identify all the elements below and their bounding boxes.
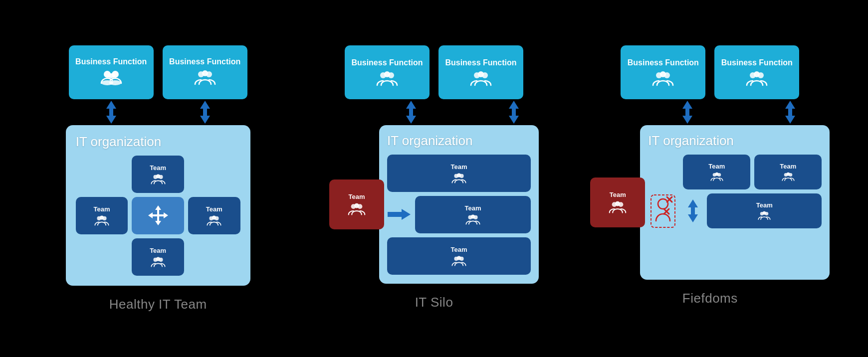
silo-team-right: Team xyxy=(415,196,531,233)
fiefdoms-team-bottom-right: Team xyxy=(707,193,822,228)
healthy-arrow-1 xyxy=(69,101,154,123)
healthy-biz-function-2: Business Function xyxy=(163,45,247,99)
fiefdoms-biz-functions-row: Business Function Business Function xyxy=(621,45,799,99)
healthy-team-top-label: Team xyxy=(150,164,166,172)
healthy-team-left: Team xyxy=(76,197,128,234)
silo-biz-function-1: Business Function xyxy=(345,45,430,99)
fiefdoms-it-org-box: IT organization xyxy=(640,125,830,280)
healthy-center-move-icon xyxy=(132,197,184,234)
healthy-team-left-label: Team xyxy=(93,205,110,213)
silo-right-arrow xyxy=(387,208,411,221)
silo-team-bottom: Team xyxy=(387,237,531,275)
fiefdoms-team-top-left: Team xyxy=(683,155,750,189)
healthy-biz-function-2-icon xyxy=(194,69,216,87)
svg-point-16 xyxy=(156,174,160,178)
silo-external-team-label: Team xyxy=(348,193,365,200)
svg-point-32 xyxy=(478,71,484,77)
silo-arrows-row xyxy=(311,101,556,123)
silo-it-org-label: IT organization xyxy=(387,133,531,149)
svg-point-52 xyxy=(660,71,666,77)
fiefdoms-diagram-label: Fiefdoms xyxy=(682,291,738,306)
svg-marker-43 xyxy=(388,209,411,220)
fiefdoms-biz-function-1-label: Business Function xyxy=(628,58,699,67)
fiefdoms-external-team-label: Team xyxy=(610,191,626,198)
svg-point-4 xyxy=(109,80,121,85)
svg-marker-57 xyxy=(682,109,692,124)
healthy-arrow-2 xyxy=(163,101,247,123)
svg-point-6 xyxy=(112,71,118,77)
silo-diagram-label: IT Silo xyxy=(415,295,453,310)
silo-middle-row: Team xyxy=(387,196,531,233)
fiefdoms-team-top-right-label: Team xyxy=(780,163,796,170)
main-container: Business Function Bus xyxy=(0,40,868,317)
fiefdoms-arrow-1 xyxy=(645,101,730,123)
healthy-biz-functions-row: Business Function Bus xyxy=(69,45,247,99)
healthy-it-org-box: IT organization Team xyxy=(66,125,250,286)
silo-teams-layout: Team xyxy=(387,155,531,275)
fiefdoms-outer-container: Team IT organization xyxy=(590,125,830,280)
silo-biz-function-1-label: Business Function xyxy=(351,58,423,67)
healthy-team-bottom: Team xyxy=(132,238,184,276)
fiefdoms-arrow-2 xyxy=(748,101,833,123)
svg-point-5 xyxy=(104,71,110,77)
fiefdoms-biz-function-2-label: Business Function xyxy=(721,58,793,67)
svg-marker-34 xyxy=(406,109,416,124)
silo-team-right-label: Team xyxy=(464,204,481,212)
svg-point-71 xyxy=(715,172,718,176)
svg-marker-13 xyxy=(200,109,210,124)
fiefdoms-team-bottom-right-label: Team xyxy=(756,201,773,209)
svg-point-64 xyxy=(658,199,668,209)
svg-marker-76 xyxy=(688,207,698,222)
svg-marker-36 xyxy=(509,109,519,124)
healthy-diagram-label: Healthy IT Team xyxy=(109,297,207,312)
healthy-biz-function-1-icon xyxy=(100,69,122,87)
svg-rect-63 xyxy=(651,195,675,227)
fiefdoms-diagram: Business Function Business Function xyxy=(580,45,840,306)
silo-team-top: Team xyxy=(387,155,531,192)
silo-arrow-2 xyxy=(471,101,556,123)
fiefdoms-biz-function-2: Business Function xyxy=(714,45,799,99)
svg-point-62 xyxy=(615,201,620,206)
svg-point-42 xyxy=(457,173,461,177)
svg-point-55 xyxy=(754,71,760,77)
silo-outer-container: Team IT organization Team xyxy=(329,125,539,284)
silo-biz-functions-row: Business Function Business Function xyxy=(345,45,523,99)
silo-arrow-1 xyxy=(369,101,453,123)
svg-point-23 xyxy=(212,215,216,219)
svg-marker-59 xyxy=(785,109,795,124)
svg-marker-20 xyxy=(148,205,168,225)
healthy-team-top: Team xyxy=(132,156,184,193)
healthy-biz-function-1-label: Business Function xyxy=(75,57,147,66)
silo-external-team: Team xyxy=(329,179,384,229)
healthy-biz-function-2-label: Business Function xyxy=(169,57,240,66)
fiefdoms-team-top-left-label: Team xyxy=(708,163,725,170)
silo-team-top-label: Team xyxy=(450,163,467,171)
fiefdoms-it-org-label: IT organization xyxy=(648,133,822,149)
svg-point-49 xyxy=(457,256,461,260)
svg-point-74 xyxy=(786,172,790,176)
silo-it-org-box: IT organization Team xyxy=(379,125,539,284)
healthy-team-right: Team xyxy=(188,197,240,234)
healthy-it-org-label: IT organization xyxy=(76,134,240,150)
healthy-it-team-diagram: Business Function Bus xyxy=(28,45,288,312)
healthy-team-right-label: Team xyxy=(206,205,222,213)
silo-team-bottom-label: Team xyxy=(450,246,467,253)
healthy-team-bottom-label: Team xyxy=(150,247,166,254)
svg-point-39 xyxy=(354,203,359,208)
svg-point-46 xyxy=(471,214,475,218)
svg-point-29 xyxy=(384,71,390,77)
svg-point-19 xyxy=(100,215,104,219)
fiefdoms-arrows-row xyxy=(588,101,833,123)
svg-point-26 xyxy=(156,257,160,261)
healthy-arrows-row xyxy=(69,101,247,123)
silo-biz-function-2-label: Business Function xyxy=(445,58,516,67)
fiefdoms-biz-function-1: Business Function xyxy=(621,45,705,99)
fiefdoms-external-team: Team xyxy=(590,178,645,227)
svg-marker-11 xyxy=(106,109,116,124)
svg-point-79 xyxy=(763,211,766,214)
svg-point-9 xyxy=(202,70,208,76)
fiefdoms-team-top-right: Team xyxy=(754,155,822,189)
it-silo-diagram: Business Function Business Function xyxy=(304,45,564,310)
healthy-biz-function-1: Business Function xyxy=(69,45,154,99)
silo-biz-function-2: Business Function xyxy=(438,45,523,99)
